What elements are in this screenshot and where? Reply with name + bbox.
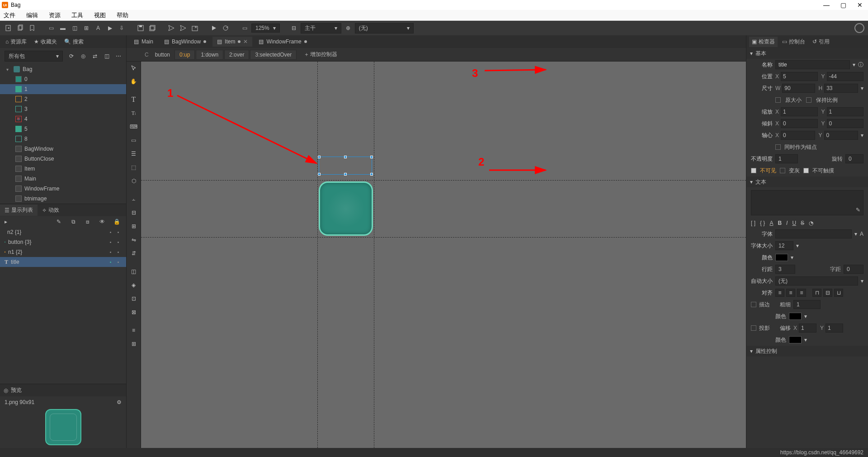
menu-edit[interactable]: 编辑 <box>26 11 38 19</box>
stroke-check[interactable] <box>751 302 756 307</box>
chevron-down-icon[interactable]: ▾ <box>854 231 857 237</box>
save-all-icon[interactable] <box>147 23 157 33</box>
richtext-tool[interactable]: Tᵢ <box>129 109 138 118</box>
play-icon[interactable] <box>209 23 219 33</box>
chevron-down-icon[interactable]: ▾ <box>791 254 793 261</box>
tree-item[interactable]: BagWindow <box>0 144 126 154</box>
keep-ratio-check[interactable] <box>806 97 811 103</box>
tab-main[interactable]: ▤Main <box>129 37 158 47</box>
minimize-icon[interactable]: — <box>823 1 830 9</box>
controller-name[interactable]: button <box>151 50 174 59</box>
pivot-y-input[interactable]: 0 <box>824 131 858 140</box>
list-item[interactable]: button {3} <box>0 237 126 247</box>
loader-tool[interactable]: ⬚ <box>129 163 138 172</box>
layer-icon[interactable]: ⊟ <box>289 23 299 33</box>
tab-item[interactable]: ▤Item✕ <box>212 37 252 47</box>
tab-library[interactable]: ⌂资源库 <box>3 37 29 47</box>
save-icon[interactable] <box>136 23 146 33</box>
close-icon[interactable]: ✕ <box>857 1 863 9</box>
shadow-y-input[interactable]: 1 <box>826 324 843 333</box>
new-icon[interactable] <box>4 23 14 33</box>
menu-help[interactable]: 帮助 <box>117 11 128 19</box>
zoom-dropdown[interactable]: 125% ▾ <box>251 24 280 33</box>
flip-v-tool[interactable]: ⇵ <box>129 249 138 258</box>
tab-favorites[interactable]: ★收藏夹 <box>31 37 60 47</box>
text-color-swatch[interactable] <box>775 254 788 261</box>
tree-item[interactable]: Item <box>0 164 126 174</box>
package-dropdown[interactable]: 所有包▾ <box>5 51 63 62</box>
height-input[interactable]: 33 <box>824 84 858 93</box>
font-size-input[interactable]: 12 <box>775 241 793 250</box>
tb-icon-6[interactable]: ▶ <box>105 23 115 33</box>
stroke-thick-input[interactable]: 1 <box>793 300 821 309</box>
close-tab-icon[interactable]: ✕ <box>243 38 248 45</box>
tab-inspector[interactable]: ▣检查器 <box>749 37 778 47</box>
list-item[interactable]: Ttitle <box>0 257 126 267</box>
align-left-button[interactable]: ≡ <box>775 289 784 297</box>
menu-view[interactable]: 视图 <box>94 11 106 19</box>
tree-item[interactable]: 2 <box>0 94 126 104</box>
tab-bagwindow[interactable]: ▤BagWindow <box>160 37 211 47</box>
tree-item[interactable]: 5 <box>0 124 126 134</box>
tab-search[interactable]: 🔍搜索 <box>61 37 86 47</box>
globe-icon[interactable]: ⊕ <box>343 23 353 33</box>
menu-resource[interactable]: 资源 <box>49 11 61 19</box>
skew-x-input[interactable]: 0 <box>781 119 817 128</box>
valign-top-button[interactable]: ⊓ <box>812 289 821 297</box>
pos-y-input[interactable]: -44 <box>827 72 863 81</box>
scale-y-input[interactable]: 1 <box>827 107 863 116</box>
shadow-check[interactable] <box>751 325 756 331</box>
arrange-tool[interactable]: ⊞ <box>129 222 138 231</box>
name-input[interactable] <box>775 60 850 69</box>
a-icon[interactable]: A <box>769 220 773 226</box>
stroke-color-swatch[interactable] <box>789 313 802 320</box>
input-tool[interactable]: ⌨ <box>129 122 138 131</box>
list-item[interactable]: n1 {2} <box>0 247 126 257</box>
tree-item[interactable]: ButtonClose <box>0 154 126 164</box>
clear-format-icon[interactable]: ◔ <box>809 220 813 226</box>
invisible-check[interactable] <box>751 168 756 173</box>
tool-c[interactable]: ⊡ <box>129 294 138 303</box>
section-basic[interactable]: ▾基本 <box>746 48 868 59</box>
menu-tool[interactable]: 工具 <box>71 11 83 19</box>
distribute-tool[interactable]: ⊟ <box>129 208 138 217</box>
braces-icon[interactable]: { } <box>760 220 765 226</box>
bookmark-icon[interactable] <box>27 23 37 33</box>
rect-tool[interactable]: ▭ <box>129 136 138 145</box>
list-item[interactable]: n2 {1} <box>0 227 126 237</box>
rotation-input[interactable]: 0 <box>845 154 863 163</box>
text-content-input[interactable]: ✎ <box>751 190 863 215</box>
state-button[interactable]: 1:down <box>196 50 223 60</box>
layer-dropdown[interactable]: 主干 ▾ <box>301 23 341 33</box>
state-button[interactable]: 3:selectedOver <box>250 50 297 60</box>
canvas[interactable]: 1 2 3 <box>141 62 746 448</box>
valign-bot-button[interactable]: ⊔ <box>834 289 843 297</box>
untouchable-check[interactable] <box>803 168 809 173</box>
orig-size-check[interactable] <box>775 97 781 103</box>
strike-icon[interactable]: S <box>801 220 804 226</box>
align-center-button[interactable]: ≡ <box>786 289 795 297</box>
tree-item[interactable]: 3 <box>0 104 126 114</box>
chevron-down-icon[interactable]: ▾ <box>796 243 799 249</box>
pos-x-input[interactable]: 5 <box>781 72 817 81</box>
info-icon[interactable]: ⓘ <box>858 61 863 69</box>
chevron-down-icon[interactable]: ▾ <box>804 313 807 319</box>
letter-input[interactable]: 0 <box>844 265 863 274</box>
tool-f[interactable]: ⊞ <box>129 339 138 348</box>
tree-item[interactable]: WindowFrame <box>0 184 126 194</box>
swap-icon[interactable]: ⇄ <box>90 51 100 61</box>
brackets-icon[interactable]: [ ] <box>751 220 755 226</box>
pivot-anchor-check[interactable] <box>775 144 781 150</box>
more-icon[interactable]: ⋯ <box>113 51 123 61</box>
gear-icon[interactable]: ⚙ <box>117 399 122 405</box>
3d-tool[interactable]: ⬡ <box>129 176 138 186</box>
shadow-color-swatch[interactable] <box>789 336 802 343</box>
chevron-down-icon[interactable]: ▾ <box>853 62 855 68</box>
tool-e[interactable]: ≡ <box>129 326 138 335</box>
refresh-small-icon[interactable]: ⟳ <box>66 51 76 61</box>
eye-icon[interactable]: 👁 <box>97 217 107 227</box>
maximize-icon[interactable]: ▢ <box>840 1 846 9</box>
flip-h-tool[interactable]: ⇋ <box>129 235 138 244</box>
hand-tool[interactable]: ✋ <box>129 77 138 86</box>
tree-item[interactable]: 4 <box>0 114 126 124</box>
